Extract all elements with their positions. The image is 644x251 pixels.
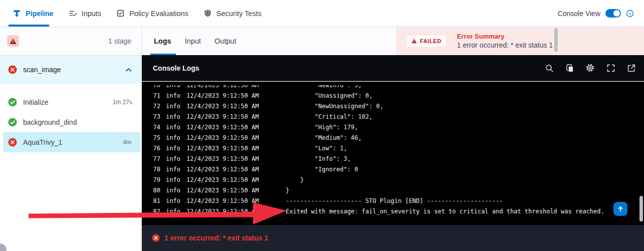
log-message: "Medium": 46, — [286, 133, 362, 143]
toggle-knob — [613, 10, 620, 17]
corner-avatar-partial — [0, 243, 7, 251]
main-panel: LogsInputOutput FAILED Error Summary 1 e… — [142, 27, 644, 251]
check-circle-icon — [8, 98, 17, 107]
step-list: Initialize1m 27sbackground_dindAquaTrivy… — [0, 84, 141, 152]
info-icon[interactable] — [626, 10, 634, 18]
log-message: "NewUnassigned": 0, — [286, 101, 383, 112]
nav-tab-label: Pipeline — [26, 10, 54, 18]
log-message: } — [286, 185, 289, 196]
check-circle-icon — [8, 118, 17, 127]
console-logs-title: Console Logs — [153, 64, 199, 72]
log-line: 80info12/4/2023 9:12:50 AM} — [142, 185, 644, 196]
scroll-to-top-button[interactable] — [613, 202, 627, 216]
log-line-number: 77 — [152, 154, 160, 164]
log-line: 72info12/4/2023 9:12:50 AM "NewUnassigne… — [142, 101, 644, 112]
log-lines: 70info12/4/2023 9:12:50 AM "NewInfo": 3,… — [142, 85, 644, 217]
log-line: 79info12/4/2023 9:12:50 AM } — [142, 175, 644, 185]
execution-sidebar: 1 stage scan_image Initialize1m 27sbackg… — [0, 27, 142, 251]
error-circle-icon — [152, 234, 160, 242]
stage-name: scan_image — [23, 66, 61, 74]
log-timestamp: 12/4/2023 9:12:50 AM — [186, 175, 261, 185]
log-timestamp: 12/4/2023 9:12:50 AM — [186, 101, 261, 112]
log-line: 81info12/4/2023 9:12:50 AM--------------… — [142, 196, 644, 206]
tab-logs[interactable]: Logs — [154, 27, 171, 55]
log-line: 75info12/4/2023 9:12:50 AM "Medium": 46, — [142, 133, 644, 143]
nav-tab-label: Security Tests — [217, 10, 262, 18]
log-message: --------------------- STO Plugin [END] -… — [286, 196, 503, 206]
log-timestamp: 12/4/2023 9:12:50 AM — [186, 122, 261, 133]
log-timestamp: 12/4/2023 9:12:50 AM — [186, 143, 261, 154]
copy-icon[interactable] — [565, 63, 574, 73]
log-level: info — [166, 122, 181, 133]
chevron-up-icon[interactable] — [125, 66, 132, 74]
pipeline-failed-warning-icon — [7, 35, 19, 47]
console-toolbar — [544, 63, 636, 73]
console-logs-header: Console Logs — [142, 55, 644, 81]
stage-row-scan-image[interactable]: scan_image — [0, 56, 141, 84]
tab-input[interactable]: Input — [185, 27, 201, 55]
settings-icon[interactable] — [585, 63, 595, 73]
log-level: info — [166, 185, 181, 196]
tab-output[interactable]: Output — [214, 27, 237, 55]
footer-error-bar: 1 error occurred: * exit status 1 — [142, 225, 644, 251]
log-clip: 70info12/4/2023 9:12:50 AM "NewInfo": 3,… — [142, 85, 644, 225]
failed-badge: FAILED — [407, 36, 446, 47]
fullscreen-icon[interactable] — [606, 63, 615, 73]
step-row-aquatrivy-1[interactable]: AquaTrivy_14m — [3, 132, 140, 152]
nav-tabs: PipelineInputsPolicy EvaluationsSecurity… — [0, 0, 262, 27]
log-line-number: 72 — [152, 101, 160, 112]
log-line-number: 73 — [152, 112, 160, 122]
search-icon[interactable] — [544, 63, 554, 73]
warning-triangle-icon — [411, 39, 417, 44]
console-view-control: Console View — [558, 0, 644, 27]
nav-tab-pipeline[interactable]: Pipeline — [13, 0, 54, 27]
step-duration: 1m 27s — [113, 99, 132, 106]
step-row-background-dind[interactable]: background_dind — [0, 112, 141, 132]
log-line: 76info12/4/2023 9:12:50 AM "Low": 1, — [142, 143, 644, 154]
error-circle-icon — [8, 65, 17, 74]
log-line: 82info12/4/2023 9:12:50 AMExited with me… — [142, 206, 644, 217]
log-level: info — [166, 112, 181, 122]
log-message: "NewInfo": 3, — [286, 85, 362, 91]
inputs-icon — [69, 9, 77, 18]
log-level: info — [166, 101, 181, 112]
log-line-number: 71 — [152, 91, 160, 101]
log-message: } — [286, 175, 304, 185]
log-level: info — [166, 206, 181, 217]
step-name: background_dind — [23, 118, 77, 126]
log-line-number: 74 — [152, 122, 160, 133]
console-view-label: Console View — [558, 10, 600, 18]
log-level: info — [166, 154, 181, 164]
log-message: "Unassigned": 0, — [286, 91, 372, 101]
log-message: "Info": 3, — [286, 154, 351, 164]
open-in-new-icon[interactable] — [626, 63, 636, 73]
log-line-number: 79 — [152, 175, 160, 185]
log-line: 77info12/4/2023 9:12:50 AM "Info": 3, — [142, 154, 644, 164]
log-level: info — [166, 175, 181, 185]
top-navigation: PipelineInputsPolicy EvaluationsSecurity… — [0, 0, 644, 27]
error-summary-panel: FAILED Error Summary 1 error occurred: *… — [396, 27, 644, 55]
log-level: info — [166, 91, 181, 101]
stage-count-label: 1 stage — [108, 37, 131, 45]
log-level: info — [166, 133, 181, 143]
nav-tab-security-tests[interactable]: Security Tests — [203, 0, 262, 27]
log-line: 70info12/4/2023 9:12:50 AM "NewInfo": 3, — [142, 85, 644, 91]
log-level: info — [166, 85, 181, 91]
nav-tab-inputs[interactable]: Inputs — [69, 0, 102, 27]
log-scrollbar-thumb[interactable] — [639, 196, 643, 221]
log-line: 78info12/4/2023 9:12:50 AM "Ignored": 0 — [142, 164, 644, 175]
log-level: info — [166, 143, 181, 154]
log-message: Exited with message: fail_on_severity is… — [286, 206, 604, 217]
step-duration: 4m — [123, 139, 131, 146]
log-line-number: 78 — [152, 164, 160, 175]
footer-error-text: 1 error occurred: * exit status 1 — [164, 234, 268, 242]
error-summary-texts: Error Summary 1 error occurred: * exit s… — [457, 32, 553, 50]
error-summary-scrollbar[interactable] — [554, 28, 558, 52]
nav-tab-policy-evaluations[interactable]: Policy Evaluations — [116, 0, 188, 27]
log-line: 71info12/4/2023 9:12:50 AM "Unassigned":… — [142, 91, 644, 101]
log-message: "Critical": 102, — [286, 112, 372, 122]
step-row-initialize[interactable]: Initialize1m 27s — [0, 92, 141, 112]
log-line-number: 81 — [152, 196, 160, 206]
log-timestamp: 12/4/2023 9:12:50 AM — [186, 196, 261, 206]
console-view-toggle[interactable] — [605, 9, 621, 18]
